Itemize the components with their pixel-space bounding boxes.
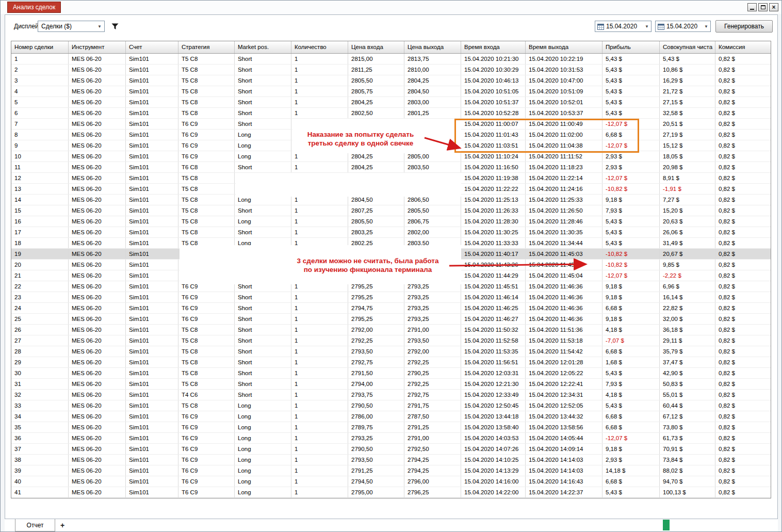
table-row[interactable]: 36MES 06-20Sim101T6 C9Long12793,252791,0… <box>11 433 771 444</box>
table-row[interactable]: 30MES 06-20Sim101T5 C8Short12791,502790,… <box>11 368 771 379</box>
column-header[interactable]: Цена входа <box>348 41 404 53</box>
add-tab-button[interactable]: + <box>56 520 69 531</box>
column-header[interactable]: Время входа <box>461 41 526 53</box>
table-row[interactable]: 3MES 06-20Sim101T5 C8Short12805,502804,2… <box>11 75 771 86</box>
column-header[interactable]: Счет <box>126 41 178 53</box>
tab-report[interactable]: Отчет <box>15 519 55 531</box>
table-cell: 15.04.2020 11:45:04 <box>526 270 602 281</box>
table-row[interactable]: 2MES 06-20Sim101T5 C8Short12811,252810,0… <box>11 65 771 75</box>
table-cell: 5,43 $ <box>602 54 660 64</box>
table-row[interactable]: 26MES 06-20Sim101T5 C8Short12792,002791,… <box>11 325 771 335</box>
table-cell: 1 <box>291 346 348 357</box>
table-row[interactable]: 6MES 06-20Sim101T5 C8Short12802,502801,2… <box>11 108 771 119</box>
table-cell: 37 <box>11 444 69 454</box>
footer-tab-strip: Отчет + <box>5 519 778 532</box>
table-row[interactable]: 4MES 06-20Sim101T5 C8Short12805,752804,5… <box>11 86 771 97</box>
table-cell: 15.04.2020 11:34:44 <box>526 238 602 248</box>
table-cell: MES 06-20 <box>69 108 126 118</box>
column-header[interactable]: Количество <box>291 41 348 53</box>
chevron-down-icon: ▼ <box>645 24 649 29</box>
table-cell: 1 <box>291 465 348 476</box>
table-cell: 0,82 $ <box>715 400 771 411</box>
table-cell: 36,18 $ <box>660 325 715 335</box>
table-row[interactable]: 24MES 06-20Sim101T6 C9Short12794,752793,… <box>11 303 771 314</box>
table-row[interactable]: 1MES 06-20Sim101T5 C8Short12815,002813,7… <box>11 54 771 65</box>
table-row[interactable]: 17MES 06-20Sim101T5 C8Short12803,252802,… <box>11 227 771 238</box>
table-cell: 27 <box>11 335 69 346</box>
table-cell: 2791,00 <box>404 325 461 335</box>
table-row[interactable]: 29MES 06-20Sim101T5 C8Short12792,752792,… <box>11 357 771 368</box>
table-row[interactable]: 41MES 06-20Sim101T6 C9Long12795,002796,2… <box>11 487 771 498</box>
column-header[interactable]: Совокупная чиста <box>660 41 715 53</box>
close-button[interactable]: × <box>769 3 778 11</box>
table-cell: 15.04.2020 11:25:13 <box>461 195 526 205</box>
table-row[interactable]: 23MES 06-20Sim101T6 C9Short12795,252793,… <box>11 292 771 303</box>
chevron-down-icon: ▼ <box>97 24 102 29</box>
table-cell: MES 06-20 <box>69 54 126 64</box>
table-row[interactable]: 38MES 06-20Sim101T6 C9Long12793,502794,2… <box>11 455 771 465</box>
window-title-tab[interactable]: Анализ сделок <box>7 2 61 13</box>
table-cell: Short <box>235 357 291 367</box>
date-from-picker[interactable]: 15.04.2020 ▼ <box>595 21 651 32</box>
column-header[interactable]: Инструмент <box>69 41 126 53</box>
table-cell: Sim101 <box>126 151 178 162</box>
table-cell: MES 06-20 <box>69 433 126 443</box>
table-cell: 0,82 $ <box>715 140 771 151</box>
table-cell: Sim101 <box>126 130 178 140</box>
column-header[interactable]: Комиссия <box>715 41 771 53</box>
table-row[interactable]: 40MES 06-20Sim101T6 C9Long12794,502796,0… <box>11 476 771 487</box>
table-row[interactable]: 31MES 06-20Sim101T5 C8Short12794,002792,… <box>11 379 771 390</box>
table-cell: 15.04.2020 11:28:46 <box>526 216 602 227</box>
table-cell: 15.04.2020 11:46:36 <box>526 303 602 313</box>
column-header[interactable]: Стратегия <box>178 41 235 53</box>
table-row[interactable]: 33MES 06-20Sim101T5 C8Long12790,502791,7… <box>11 400 771 411</box>
table-cell: 22,82 $ <box>660 303 715 313</box>
table-cell: 2792,25 <box>348 335 404 346</box>
table-row[interactable]: 32MES 06-20Sim101T4 C6Short12793,752792,… <box>11 390 771 400</box>
table-row[interactable]: 11MES 06-20Sim101T6 C8Short12804,252803,… <box>11 162 771 173</box>
column-header[interactable]: Цена выхода <box>404 41 461 53</box>
table-cell: 15.04.2020 10:47:00 <box>526 75 602 86</box>
table-cell: 1 <box>291 54 348 64</box>
table-row[interactable]: 5MES 06-20Sim101T5 C8Short12804,252803,0… <box>11 97 771 108</box>
table-row[interactable]: 37MES 06-20Sim101T6 C9Long12790,502792,5… <box>11 444 771 455</box>
table-row[interactable]: 34MES 06-20Sim101T6 C9Long12786,002787,5… <box>11 411 771 422</box>
display-select[interactable]: Сделки ($) ▼ <box>38 21 105 32</box>
table-row[interactable]: 15MES 06-20Sim101T5 C8Short12807,252805,… <box>11 205 771 216</box>
table-cell: 15.04.2020 11:30:25 <box>461 227 526 237</box>
table-cell: 5,43 $ <box>602 487 660 497</box>
table-row[interactable]: 39MES 06-20Sim101T6 C9Long12791,252794,2… <box>11 465 771 476</box>
maximize-button[interactable] <box>758 3 768 11</box>
table-cell: Short <box>235 119 291 129</box>
table-row[interactable]: 28MES 06-20Sim101T5 C8Short12793,502792,… <box>11 346 771 357</box>
table-cell: 15.04.2020 14:09:14 <box>526 444 602 454</box>
column-header[interactable]: Market pos. <box>235 41 291 53</box>
table-cell: 4,18 $ <box>602 390 660 400</box>
date-to-picker[interactable]: 15.04.2020 ▼ <box>655 21 711 32</box>
table-cell: MES 06-20 <box>69 119 126 129</box>
minimize-button[interactable] <box>747 3 757 11</box>
table-cell: 73,80 $ <box>660 422 715 432</box>
table-row[interactable]: 35MES 06-20Sim101T6 C9Long12789,752791,2… <box>11 422 771 433</box>
table-row[interactable]: 27MES 06-20Sim101T5 C8Short12792,252793,… <box>11 335 771 346</box>
column-header[interactable]: Номер сделки <box>11 41 69 53</box>
table-row[interactable]: 25MES 06-20Sim101T6 C9Short12795,252793,… <box>11 314 771 325</box>
table-cell: MES 06-20 <box>69 357 126 367</box>
table-cell: 1 <box>291 65 348 75</box>
table-cell: Long <box>235 476 291 487</box>
table-cell: -2,22 $ <box>660 270 715 281</box>
generate-button[interactable]: Генерировать <box>715 20 773 33</box>
column-header[interactable]: Прибыль <box>602 41 660 53</box>
table-cell: T6 C9 <box>178 140 235 151</box>
filter-button[interactable] <box>110 21 120 31</box>
table-cell: 1 <box>291 325 348 335</box>
table-cell: 9,18 $ <box>602 195 660 205</box>
table-cell: Sim101 <box>126 140 178 151</box>
table-cell: Long <box>235 444 291 454</box>
table-cell: 9,18 $ <box>602 444 660 454</box>
table-cell: Short <box>235 390 291 400</box>
table-cell: 30 <box>11 368 69 378</box>
table-row[interactable]: 16MES 06-20Sim101T5 C8Long12805,502806,7… <box>11 216 771 227</box>
table-cell: 19 <box>11 249 69 259</box>
column-header[interactable]: Время выхода <box>526 41 602 53</box>
